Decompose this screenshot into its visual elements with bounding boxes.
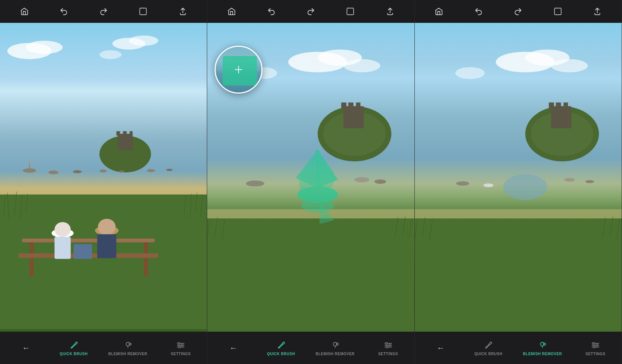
back-button-2[interactable]: ← <box>220 343 246 353</box>
back-button-3[interactable]: ← <box>428 343 454 353</box>
undo-icon[interactable] <box>57 5 70 18</box>
svg-rect-60 <box>344 106 364 128</box>
share-icon-3[interactable] <box>591 5 604 18</box>
svg-rect-43 <box>74 244 92 259</box>
settings-label-1: SETTINGS <box>171 352 191 356</box>
toolbar-3 <box>415 0 622 23</box>
svg-point-95 <box>551 59 588 72</box>
svg-point-16 <box>100 169 107 172</box>
svg-rect-101 <box>556 102 561 108</box>
svg-point-17 <box>119 170 125 172</box>
redo-icon-2[interactable] <box>304 5 317 18</box>
svg-rect-61 <box>341 102 347 108</box>
svg-point-38 <box>55 222 71 237</box>
quick-brush-button-1[interactable]: QUICK BRUSH <box>60 340 88 356</box>
bottom-toolbar-3: ← QUICK BRUSH BLEMISH REMOVER <box>415 332 622 364</box>
svg-point-18 <box>147 169 155 172</box>
quick-brush-button-3[interactable]: QUICK BRUSH <box>474 340 502 356</box>
svg-point-14 <box>48 171 59 174</box>
svg-rect-35 <box>29 242 34 253</box>
svg-point-82 <box>316 165 334 191</box>
svg-rect-32 <box>22 239 155 242</box>
svg-point-45 <box>129 343 131 345</box>
quick-brush-label-2: QUICK BRUSH <box>267 352 295 356</box>
svg-point-19 <box>166 169 173 171</box>
svg-rect-0 <box>140 8 146 15</box>
redo-icon[interactable] <box>97 5 110 18</box>
share-icon[interactable] <box>176 5 190 18</box>
svg-point-79 <box>301 199 334 212</box>
home-icon[interactable] <box>18 5 31 18</box>
blemish-remover-label-1: BLEMISH REMOVER <box>108 352 147 356</box>
blemish-remover-button-3[interactable]: BLEMISH REMOVER <box>523 340 562 356</box>
select-icon-2[interactable] <box>344 5 357 18</box>
svg-point-117 <box>543 343 546 345</box>
svg-point-41 <box>98 219 116 235</box>
photo-canvas-1[interactable] <box>0 23 207 332</box>
blemish-remover-button-2[interactable]: BLEMISH REMOVER <box>316 340 355 356</box>
settings-button-3[interactable]: SETTINGS <box>583 340 608 356</box>
svg-point-122 <box>593 343 595 344</box>
svg-point-64 <box>246 181 264 186</box>
svg-rect-92 <box>555 8 561 15</box>
settings-label-3: SETTINGS <box>585 352 605 356</box>
bottom-toolbar-1: ← QUICK BRUSH BLEMISH REMOVER <box>0 332 207 364</box>
svg-point-90 <box>389 344 390 346</box>
svg-point-65 <box>355 177 369 182</box>
photo-canvas-2[interactable] <box>207 23 414 332</box>
blemish-remover-button-1[interactable]: BLEMISH REMOVER <box>108 340 147 356</box>
svg-rect-33 <box>29 258 34 276</box>
svg-rect-34 <box>144 258 148 276</box>
panel-1: ← QUICK BRUSH BLEMISH REMOVER <box>0 0 207 364</box>
svg-point-106 <box>483 183 493 187</box>
svg-point-52 <box>179 346 181 348</box>
redo-icon-3[interactable] <box>511 5 525 18</box>
svg-point-66 <box>375 179 386 184</box>
svg-marker-13 <box>29 161 34 165</box>
select-icon[interactable] <box>136 5 150 18</box>
svg-point-103 <box>456 181 469 186</box>
svg-rect-62 <box>348 102 354 108</box>
svg-rect-9 <box>123 131 127 136</box>
svg-point-4 <box>129 35 159 46</box>
svg-point-115 <box>503 174 547 200</box>
svg-point-2 <box>26 41 63 54</box>
svg-point-51 <box>181 344 183 346</box>
toolbar-1 <box>0 0 207 23</box>
back-button-1[interactable]: ← <box>13 343 39 353</box>
undo-icon-2[interactable] <box>265 5 278 18</box>
svg-rect-99 <box>551 106 571 128</box>
undo-icon-3[interactable] <box>472 5 485 18</box>
blemish-remover-label-3: BLEMISH REMOVER <box>523 352 562 356</box>
svg-point-15 <box>73 170 82 173</box>
quick-brush-label-3: QUICK BRUSH <box>474 352 502 356</box>
svg-point-105 <box>585 180 594 183</box>
svg-point-104 <box>564 178 574 182</box>
settings-button-2[interactable]: SETTINGS <box>375 340 401 356</box>
svg-rect-7 <box>118 134 133 150</box>
select-icon-3[interactable] <box>551 5 564 18</box>
svg-rect-8 <box>117 131 120 136</box>
home-icon-3[interactable] <box>432 5 445 18</box>
svg-point-56 <box>344 59 381 72</box>
svg-rect-36 <box>144 242 148 253</box>
settings-label-2: SETTINGS <box>378 352 398 356</box>
svg-rect-42 <box>97 234 117 258</box>
svg-rect-10 <box>130 131 133 136</box>
svg-point-11 <box>23 168 36 173</box>
svg-point-123 <box>596 344 598 346</box>
svg-rect-39 <box>55 237 71 259</box>
photo-canvas-3[interactable] <box>415 23 622 332</box>
svg-point-5 <box>100 50 122 59</box>
blemish-remover-label-2: BLEMISH REMOVER <box>316 352 355 356</box>
svg-rect-100 <box>549 102 554 108</box>
svg-point-84 <box>336 343 338 345</box>
home-icon-2[interactable] <box>225 5 238 18</box>
quick-brush-button-2[interactable]: QUICK BRUSH <box>267 340 295 356</box>
settings-button-1[interactable]: SETTINGS <box>168 340 194 356</box>
share-icon-2[interactable] <box>383 5 397 18</box>
svg-rect-68 <box>207 218 414 329</box>
magnifier <box>215 46 263 94</box>
quick-brush-label-1: QUICK BRUSH <box>60 352 88 356</box>
bottom-toolbar-2: ← QUICK BRUSH BLEMISH REMOVER <box>207 332 414 364</box>
